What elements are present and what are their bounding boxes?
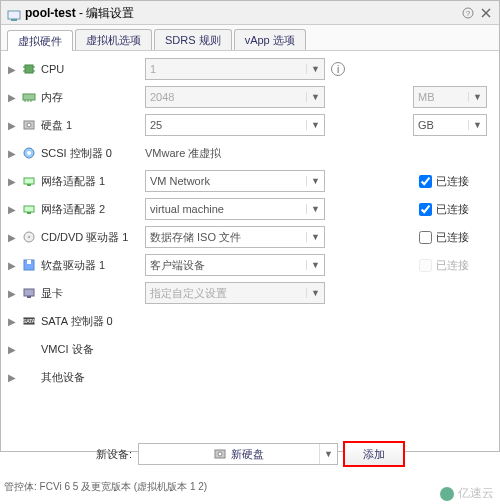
tab-vapp-options[interactable]: vApp 选项 bbox=[234, 29, 306, 50]
scsi-icon bbox=[21, 145, 37, 161]
sata-label: SATA 控制器 0 bbox=[41, 314, 145, 329]
svg-point-18 bbox=[27, 151, 31, 155]
memory-label: 内存 bbox=[41, 90, 145, 105]
memory-input[interactable]: 2048▼ bbox=[145, 86, 325, 108]
nic2-label: 网络适配器 2 bbox=[41, 202, 145, 217]
chevron-down-icon: ▼ bbox=[319, 444, 337, 464]
expand-icon[interactable]: ▶ bbox=[7, 344, 17, 355]
svg-text:?: ? bbox=[466, 9, 471, 18]
watermark-icon bbox=[440, 487, 454, 501]
memory-unit-select[interactable]: MB▼ bbox=[413, 86, 487, 108]
video-label: 显卡 bbox=[41, 286, 145, 301]
cdrom-connected-checkbox[interactable] bbox=[419, 231, 432, 244]
expand-icon[interactable]: ▶ bbox=[7, 64, 17, 75]
row-other: ▶ 其他设备 bbox=[7, 363, 493, 391]
row-scsi: ▶ SCSI 控制器 0 VMware 准虚拟 bbox=[7, 139, 493, 167]
svg-rect-19 bbox=[24, 178, 34, 184]
floppy-select[interactable]: 客户端设备▼ bbox=[145, 254, 325, 276]
other-icon bbox=[21, 369, 37, 385]
chevron-down-icon: ▼ bbox=[468, 120, 486, 130]
svg-point-16 bbox=[27, 123, 31, 127]
disk-unit-select[interactable]: GB▼ bbox=[413, 114, 487, 136]
window-title: pool-test - 编辑设置 bbox=[25, 1, 457, 25]
close-icon[interactable] bbox=[479, 6, 493, 20]
vmci-icon bbox=[21, 341, 37, 357]
floppy-label: 软盘驱动器 1 bbox=[41, 258, 145, 273]
row-cpu: ▶ CPU 1▼ i bbox=[7, 55, 493, 83]
row-video: ▶ 显卡 指定自定义设置▼ bbox=[7, 279, 493, 307]
cdrom-label: CD/DVD 驱动器 1 bbox=[41, 230, 145, 245]
svg-point-24 bbox=[28, 236, 30, 238]
chevron-down-icon: ▼ bbox=[306, 64, 324, 74]
floppy-connected-checkbox bbox=[419, 259, 432, 272]
cpu-select[interactable]: 1▼ bbox=[145, 58, 325, 80]
expand-icon[interactable]: ▶ bbox=[7, 232, 17, 243]
disk-icon bbox=[21, 117, 37, 133]
expand-icon[interactable]: ▶ bbox=[7, 92, 17, 103]
expand-icon[interactable]: ▶ bbox=[7, 288, 17, 299]
nic1-connected-label: 已连接 bbox=[436, 174, 469, 189]
chevron-down-icon: ▼ bbox=[306, 204, 324, 214]
row-vmci: ▶ VMCI 设备 bbox=[7, 335, 493, 363]
chevron-down-icon: ▼ bbox=[306, 92, 324, 102]
svg-rect-20 bbox=[27, 184, 31, 186]
new-device-label: 新设备: bbox=[96, 447, 132, 462]
nic1-label: 网络适配器 1 bbox=[41, 174, 145, 189]
disk-label: 硬盘 1 bbox=[41, 118, 145, 133]
row-memory: ▶ 内存 2048▼ MB▼ bbox=[7, 83, 493, 111]
info-icon[interactable]: i bbox=[331, 62, 345, 76]
row-nic2: ▶ 网络适配器 2 virtual machine▼ 已连接 bbox=[7, 195, 493, 223]
svg-rect-28 bbox=[27, 296, 31, 298]
expand-icon[interactable]: ▶ bbox=[7, 148, 17, 159]
cpu-label: CPU bbox=[41, 63, 145, 75]
expand-icon[interactable]: ▶ bbox=[7, 120, 17, 131]
expand-icon[interactable]: ▶ bbox=[7, 176, 17, 187]
svg-point-32 bbox=[218, 452, 222, 456]
chevron-down-icon: ▼ bbox=[306, 176, 324, 186]
add-button[interactable]: 添加 bbox=[344, 442, 404, 466]
svg-rect-11 bbox=[23, 94, 35, 100]
chevron-down-icon: ▼ bbox=[306, 260, 324, 270]
nic1-network-select[interactable]: VM Network▼ bbox=[145, 170, 325, 192]
nic2-network-select[interactable]: virtual machine▼ bbox=[145, 198, 325, 220]
hardware-list: ▶ CPU 1▼ i ▶ 内存 2048▼ MB▼ bbox=[1, 51, 499, 451]
watermark: 亿速云 bbox=[440, 485, 494, 502]
cpu-icon bbox=[21, 61, 37, 77]
network-icon bbox=[21, 201, 37, 217]
cdrom-icon bbox=[21, 229, 37, 245]
tab-virtual-hardware[interactable]: 虚拟硬件 bbox=[7, 30, 73, 51]
nic2-connected-checkbox[interactable] bbox=[419, 203, 432, 216]
svg-text:SATA: SATA bbox=[23, 318, 36, 324]
new-device-footer: 新设备: 新硬盘 ▼ 添加 bbox=[0, 436, 500, 472]
title-bar: pool-test - 编辑设置 ? bbox=[1, 1, 499, 25]
chevron-down-icon: ▼ bbox=[306, 120, 324, 130]
cdrom-select[interactable]: 数据存储 ISO 文件▼ bbox=[145, 226, 325, 248]
scsi-label: SCSI 控制器 0 bbox=[41, 146, 145, 161]
network-icon bbox=[21, 173, 37, 189]
tab-sdrs-rules[interactable]: SDRS 规则 bbox=[154, 29, 232, 50]
row-floppy: ▶ 软盘驱动器 1 客户端设备▼ 已连接 bbox=[7, 251, 493, 279]
disk-size-input[interactable]: 25▼ bbox=[145, 114, 325, 136]
row-nic1: ▶ 网络适配器 1 VM Network▼ 已连接 bbox=[7, 167, 493, 195]
tab-bar: 虚拟硬件 虚拟机选项 SDRS 规则 vApp 选项 bbox=[1, 25, 499, 51]
floppy-icon bbox=[21, 257, 37, 273]
nic1-connected-checkbox[interactable] bbox=[419, 175, 432, 188]
vm-icon bbox=[7, 6, 21, 20]
svg-rect-6 bbox=[25, 65, 33, 73]
expand-icon[interactable]: ▶ bbox=[7, 204, 17, 215]
expand-icon[interactable]: ▶ bbox=[7, 372, 17, 383]
chevron-down-icon: ▼ bbox=[306, 232, 324, 242]
tab-vm-options[interactable]: 虚拟机选项 bbox=[75, 29, 152, 50]
floppy-connected-label: 已连接 bbox=[436, 258, 469, 273]
row-cdrom: ▶ CD/DVD 驱动器 1 数据存储 ISO 文件▼ 已连接 bbox=[7, 223, 493, 251]
svg-rect-27 bbox=[24, 289, 34, 296]
expand-icon[interactable]: ▶ bbox=[7, 260, 17, 271]
help-icon[interactable]: ? bbox=[461, 6, 475, 20]
row-sata: ▶ SATA SATA 控制器 0 bbox=[7, 307, 493, 335]
new-device-select[interactable]: 新硬盘 ▼ bbox=[138, 443, 338, 465]
expand-icon[interactable]: ▶ bbox=[7, 316, 17, 327]
compatibility-text: 管控体: FCVi 6 5 及更宽版本 (虚拟机版本 1 2) bbox=[4, 480, 207, 494]
scsi-value: VMware 准虚拟 bbox=[145, 146, 221, 161]
video-select[interactable]: 指定自定义设置▼ bbox=[145, 282, 325, 304]
chevron-down-icon: ▼ bbox=[468, 92, 486, 102]
